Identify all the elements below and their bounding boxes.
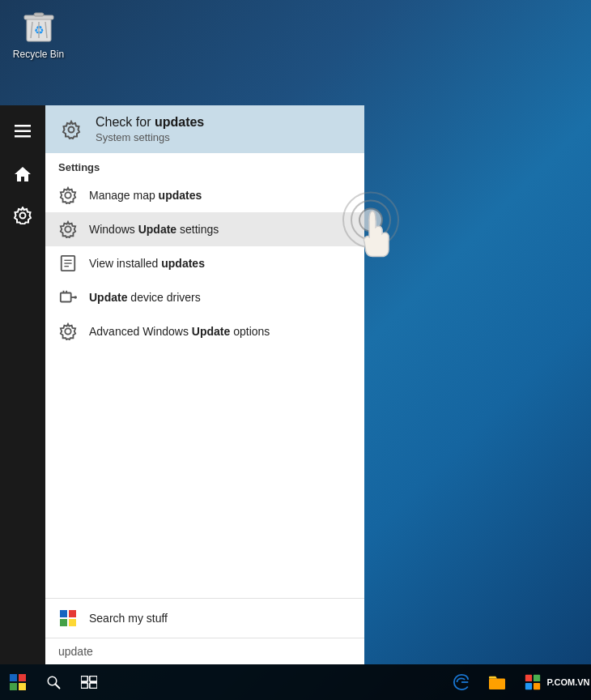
search-my-stuff-button[interactable]: Search my stuff: [45, 599, 364, 638]
search-input-bar[interactable]: update: [45, 638, 364, 664]
top-result-title: Check for updates: [96, 115, 204, 130]
svg-point-17: [359, 209, 382, 232]
svg-rect-41: [534, 683, 540, 689]
svg-point-14: [65, 226, 70, 232]
recycle-bin-graphic: ♻: [19, 6, 58, 45]
sidebar: [0, 105, 45, 664]
menu-item-advanced[interactable]: Advanced Windows Update options: [45, 314, 364, 348]
start-menu: Check for updates System settings Settin…: [0, 105, 364, 664]
manage-map-label: Manage map updates: [89, 189, 202, 202]
svg-point-30: [65, 328, 70, 334]
svg-rect-9: [15, 135, 31, 138]
section-header-settings: Settings: [45, 153, 364, 178]
taskbar-store-icon[interactable]: [517, 664, 549, 700]
svg-line-32: [55, 684, 59, 688]
taskbar-file-explorer-icon[interactable]: [481, 664, 513, 700]
windows-logo-icon: [58, 608, 78, 628]
svg-rect-36: [90, 683, 97, 689]
svg-rect-33: [81, 677, 87, 682]
advanced-icon: [58, 322, 78, 341]
search-input-value: update: [58, 645, 93, 658]
sidebar-hamburger[interactable]: [0, 112, 45, 151]
advanced-label: Advanced Windows Update options: [89, 325, 270, 338]
windows-update-icon: [58, 220, 78, 239]
view-installed-icon: [58, 254, 78, 273]
taskbar-search-button[interactable]: [36, 664, 71, 700]
desktop: ♻ Recycle Bin: [0, 0, 591, 700]
svg-point-27: [74, 296, 77, 299]
svg-rect-2: [34, 13, 44, 16]
svg-rect-7: [15, 125, 31, 127]
svg-point-11: [20, 213, 26, 219]
svg-point-13: [65, 192, 70, 198]
bottom-section: Search my stuff update: [45, 598, 364, 664]
menu-item-manage-map[interactable]: Manage map updates: [45, 178, 364, 212]
svg-rect-35: [81, 683, 87, 689]
search-results-panel: Check for updates System settings Settin…: [45, 105, 364, 664]
svg-point-12: [69, 127, 74, 133]
sidebar-home[interactable]: [0, 154, 45, 193]
search-my-stuff-label: Search my stuff: [89, 612, 168, 625]
svg-rect-37: [489, 678, 505, 689]
top-result-icon: [58, 117, 84, 143]
windows-update-label: Windows Update settings: [89, 223, 219, 236]
svg-rect-25: [61, 293, 71, 302]
view-installed-label: View installed updates: [89, 257, 205, 270]
taskbar-edge-icon[interactable]: [445, 664, 478, 700]
top-result[interactable]: Check for updates System settings: [45, 105, 364, 153]
top-result-text-block: Check for updates System settings: [96, 115, 204, 143]
svg-marker-10: [15, 167, 31, 181]
top-result-subtitle: System settings: [96, 131, 204, 143]
svg-rect-39: [534, 675, 540, 681]
content-spacer: [45, 348, 364, 598]
menu-item-windows-update[interactable]: Windows Update settings: [45, 212, 364, 246]
taskbar-task-view-button[interactable]: [71, 664, 107, 700]
svg-rect-34: [90, 677, 97, 682]
update-drivers-icon: [58, 288, 78, 307]
menu-item-view-installed[interactable]: View installed updates: [45, 246, 364, 280]
svg-rect-38: [525, 675, 532, 681]
menu-item-update-drivers[interactable]: Update device drivers: [45, 280, 364, 314]
taskbar-right: P.COM.VN: [445, 664, 591, 700]
recycle-bin-icon[interactable]: ♻ Recycle Bin: [8, 6, 69, 60]
update-drivers-label: Update device drivers: [89, 291, 201, 304]
svg-rect-8: [15, 130, 31, 133]
sidebar-settings[interactable]: [0, 196, 45, 235]
taskbar-watermark: P.COM.VN: [552, 664, 585, 700]
manage-map-icon: [58, 186, 78, 205]
svg-rect-40: [525, 683, 532, 689]
recycle-bin-label: Recycle Bin: [13, 49, 64, 60]
start-button[interactable]: [0, 664, 36, 700]
taskbar: P.COM.VN: [0, 664, 591, 700]
